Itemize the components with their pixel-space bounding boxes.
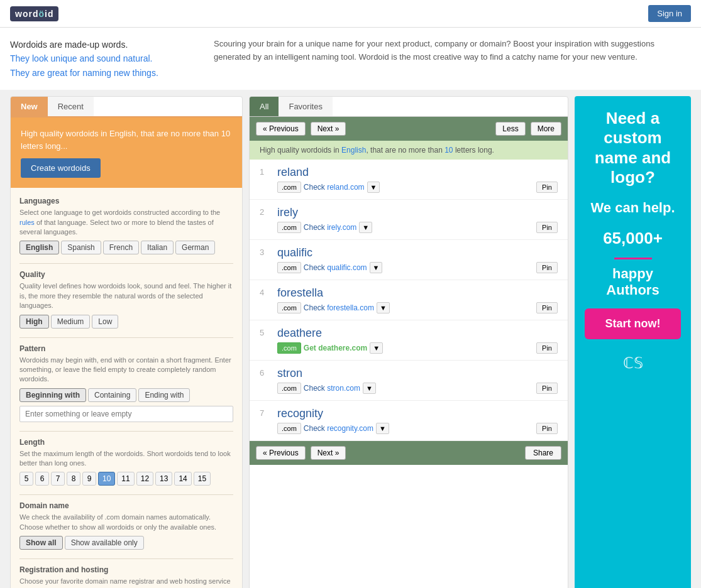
com-button[interactable]: .com xyxy=(277,423,301,434)
tab-favorites[interactable]: Favorites xyxy=(279,97,332,116)
dropdown-button[interactable]: ▼ xyxy=(377,302,390,313)
wordoid-actions: .com Check irely.com ▼ Pin xyxy=(277,222,558,233)
com-button[interactable]: .com xyxy=(277,182,301,193)
length-7[interactable]: 7 xyxy=(51,472,65,486)
com-button[interactable]: .com xyxy=(277,383,301,394)
top-prev-button[interactable]: « Previous xyxy=(256,122,306,136)
pin-button[interactable]: Pin xyxy=(536,423,558,434)
length-9[interactable]: 9 xyxy=(82,472,96,486)
wordoid-content: deathere .com Get deathere.com ▼ Pin xyxy=(277,327,558,354)
wordoid-actions: .com Get deathere.com ▼ Pin xyxy=(277,342,558,354)
wordoid-actions: .com Check forestella.com ▼ Pin xyxy=(277,302,558,313)
com-button[interactable]: .com xyxy=(277,222,301,233)
domain-show-all[interactable]: Show all xyxy=(19,536,63,550)
lang-english[interactable]: English xyxy=(19,241,59,254)
registrar-desc: Choose your favorite domain name registr… xyxy=(19,577,233,588)
pattern-containing[interactable]: Containing xyxy=(88,388,136,402)
pin-button[interactable]: Pin xyxy=(536,342,558,354)
pattern-input[interactable] xyxy=(19,406,233,422)
length-14[interactable]: 14 xyxy=(174,472,191,486)
lang-spanish[interactable]: Spanish xyxy=(61,241,101,254)
wordoid-number: 7 xyxy=(260,407,270,418)
length-10[interactable]: 10 xyxy=(98,472,115,486)
pattern-beginning[interactable]: Beginning with xyxy=(19,388,86,402)
quality-lang: English xyxy=(341,146,366,155)
tab-all[interactable]: All xyxy=(250,97,279,116)
languages-title: Languages xyxy=(19,197,233,205)
top-next-button[interactable]: Next » xyxy=(311,122,346,136)
wordoid-number: 5 xyxy=(260,327,270,337)
com-button[interactable]: .com xyxy=(277,262,301,273)
quality-section: Quality Quality level defines how wordoi… xyxy=(19,270,233,328)
dropdown-button[interactable]: ▼ xyxy=(370,262,383,273)
pin-button[interactable]: Pin xyxy=(536,262,558,273)
check-domain-link[interactable]: Check qualific.com xyxy=(304,263,367,272)
length-5[interactable]: 5 xyxy=(19,472,33,486)
com-button[interactable]: .com xyxy=(277,302,301,313)
tagline-line1: Wordoids are made-up words. xyxy=(10,38,199,52)
registrar-title: Registration and hosting xyxy=(19,565,233,574)
share-button[interactable]: Share xyxy=(525,446,561,460)
wordoid-number: 1 xyxy=(260,166,270,177)
registrar-section: Registration and hosting Choose your fav… xyxy=(19,565,233,588)
tab-recent[interactable]: Recent xyxy=(48,97,94,116)
domain-section: Domain name We check the availability of… xyxy=(19,501,233,550)
right-headline2: We can help. xyxy=(590,200,675,216)
wordoid-actions: .com Check qualific.com ▼ Pin xyxy=(277,262,558,273)
dropdown-button[interactable]: ▼ xyxy=(359,222,372,233)
signin-button[interactable]: Sign in xyxy=(648,5,691,22)
less-button[interactable]: Less xyxy=(495,122,525,136)
wordoid-item: 5 deathere .com Get deathere.com ▼ Pin xyxy=(250,320,568,361)
dropdown-button[interactable]: ▼ xyxy=(363,383,376,394)
quality-medium[interactable]: Medium xyxy=(51,315,91,329)
pattern-ending[interactable]: Ending with xyxy=(138,388,190,402)
wordoid-name: recognity xyxy=(277,407,558,420)
length-8[interactable]: 8 xyxy=(67,472,80,486)
check-domain-link[interactable]: Check stron.com xyxy=(304,384,360,393)
check-domain-link[interactable]: Check reland.com xyxy=(304,183,365,192)
quality-buttons: High Medium Low xyxy=(19,315,233,329)
check-domain-link[interactable]: Check irely.com xyxy=(304,223,356,232)
length-desc: Set the maximum length of the wordoids. … xyxy=(19,449,233,469)
check-domain-link[interactable]: Check forestella.com xyxy=(304,303,374,312)
lang-italian[interactable]: Italian xyxy=(141,241,174,254)
pin-button[interactable]: Pin xyxy=(536,182,558,193)
tagline-line3: They are great for naming new things. xyxy=(10,66,199,80)
domain-desc: We check the availability of .com domain… xyxy=(19,513,233,532)
check-domain-link[interactable]: Check recognity.com xyxy=(304,424,373,433)
com-button-available[interactable]: .com xyxy=(277,342,301,354)
bottom-next-button[interactable]: Next » xyxy=(311,446,346,460)
panel-settings: Languages Select one language to get wor… xyxy=(11,188,242,588)
pin-button[interactable]: Pin xyxy=(536,302,558,313)
more-button[interactable]: More xyxy=(531,122,561,136)
wordoid-content: recognity .com Check recognity.com ▼ Pin xyxy=(277,407,558,434)
length-section: Length Set the maximum length of the wor… xyxy=(19,438,233,486)
tab-new[interactable]: New xyxy=(11,97,48,116)
dropdown-button[interactable]: ▼ xyxy=(367,182,380,193)
dropdown-button[interactable]: ▼ xyxy=(376,423,389,434)
pin-button[interactable]: Pin xyxy=(536,222,558,233)
center-tabs: All Favorites xyxy=(250,97,568,117)
bottom-prev-button[interactable]: « Previous xyxy=(256,446,306,460)
pin-button[interactable]: Pin xyxy=(536,383,558,394)
create-wordoids-button[interactable]: Create wordoids xyxy=(21,158,101,178)
start-now-button[interactable]: Start now! xyxy=(585,308,681,339)
hero-taglines: Wordoids are made-up words. They look un… xyxy=(10,38,199,80)
languages-desc: Select one language to get wordoids cons… xyxy=(19,208,233,237)
domain-buttons: Show all Show available only xyxy=(19,536,233,550)
hero-section: Wordoids are made-up words. They look un… xyxy=(0,28,701,90)
lang-french[interactable]: French xyxy=(103,241,139,254)
length-13[interactable]: 13 xyxy=(155,472,172,486)
check-domain-link[interactable]: Get deathere.com xyxy=(304,344,367,352)
length-15[interactable]: 15 xyxy=(194,472,211,486)
rules-link[interactable]: rules xyxy=(19,219,35,226)
domain-title: Domain name xyxy=(19,501,233,510)
domain-show-available[interactable]: Show available only xyxy=(65,536,144,550)
length-12[interactable]: 12 xyxy=(136,472,153,486)
quality-high[interactable]: High xyxy=(19,315,49,329)
length-11[interactable]: 11 xyxy=(117,472,134,486)
length-6[interactable]: 6 xyxy=(35,472,49,486)
lang-german[interactable]: German xyxy=(175,241,215,254)
dropdown-button[interactable]: ▼ xyxy=(370,342,383,354)
quality-low[interactable]: Low xyxy=(92,315,118,329)
